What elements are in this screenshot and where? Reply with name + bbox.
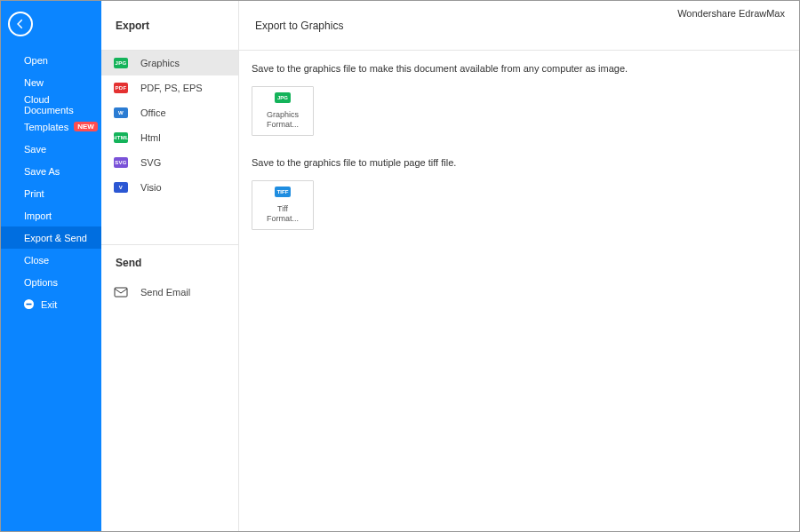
sidebar-item-close[interactable]: Close bbox=[1, 249, 101, 271]
sidebar-item-label: Cloud Documents bbox=[24, 94, 101, 115]
graphics-description: Save to the graphics file to make this d… bbox=[252, 63, 787, 74]
send-section-header: Send bbox=[101, 244, 238, 280]
sidebar-item-label: New bbox=[24, 77, 44, 88]
sidebar-item-label: Save As bbox=[24, 166, 60, 177]
sidebar-item-label: Import bbox=[24, 210, 52, 221]
export-section-header: Export bbox=[101, 1, 238, 51]
sidebar-item-label: Open bbox=[24, 55, 48, 66]
export-item-label: Html bbox=[140, 132, 161, 143]
sidebar-item-options[interactable]: Options bbox=[1, 271, 101, 293]
sidebar-item-import[interactable]: Import bbox=[1, 204, 101, 226]
exit-icon bbox=[24, 299, 34, 309]
sidebar-item-templates[interactable]: TemplatesNEW bbox=[1, 115, 101, 138]
sidebar-item-label: Save bbox=[24, 144, 46, 155]
html-icon: HTML bbox=[114, 132, 128, 143]
mail-icon bbox=[114, 286, 128, 298]
tile-label: Graphics Format... bbox=[267, 110, 299, 130]
export-item-label: PDF, PS, EPS bbox=[140, 83, 203, 93]
export-send-list: Export JPG Graphics PDF PDF, PS, EPS W O… bbox=[101, 1, 239, 531]
graphics-format-tile[interactable]: JPG Graphics Format... bbox=[252, 86, 314, 136]
sidebar-item-label: Export & Send bbox=[24, 233, 87, 243]
svg-rect-1 bbox=[27, 304, 32, 306]
export-item-pdf[interactable]: PDF PDF, PS, EPS bbox=[101, 75, 238, 100]
export-item-graphics[interactable]: JPG Graphics bbox=[101, 51, 238, 75]
jpg-icon: JPG bbox=[114, 58, 128, 68]
main-panel: Export to Graphics Save to the graphics … bbox=[239, 1, 799, 531]
tiff-format-tile[interactable]: TIFF Tiff Format... bbox=[252, 180, 314, 230]
sidebar-item-label: Print bbox=[24, 188, 44, 199]
sidebar-item-export-send[interactable]: Export & Send bbox=[1, 226, 101, 249]
app-title: Wondershare EdrawMax bbox=[677, 8, 785, 19]
sidebar-item-save[interactable]: Save bbox=[1, 138, 101, 160]
main-body: Save to the graphics file to make this d… bbox=[239, 51, 799, 264]
app-window: Wondershare EdrawMax Open New Cloud Docu… bbox=[0, 0, 800, 532]
export-item-label: SVG bbox=[140, 157, 161, 168]
send-item-label: Send Email bbox=[140, 287, 190, 298]
arrow-left-icon bbox=[14, 18, 27, 30]
tiff-icon: TIFF bbox=[275, 187, 291, 197]
sidebar-item-label: Exit bbox=[41, 299, 57, 310]
back-button[interactable] bbox=[8, 12, 33, 36]
svg-rect-2 bbox=[115, 288, 127, 297]
sidebar-item-save-as[interactable]: Save As bbox=[1, 160, 101, 182]
export-item-office[interactable]: W Office bbox=[101, 100, 238, 125]
export-item-label: Visio bbox=[140, 182, 162, 193]
export-item-svg[interactable]: SVG SVG bbox=[101, 150, 238, 175]
svg-icon: SVG bbox=[114, 157, 128, 168]
sidebar-item-label: Templates bbox=[24, 122, 68, 132]
sidebar-item-new[interactable]: New bbox=[1, 71, 101, 93]
tile-label: Tiff Format... bbox=[267, 204, 299, 224]
export-item-html[interactable]: HTML Html bbox=[101, 125, 238, 150]
tiff-description: Save to the graphics file to mutiple pag… bbox=[252, 157, 787, 168]
sidebar-item-cloud-documents[interactable]: Cloud Documents bbox=[1, 93, 101, 115]
export-item-visio[interactable]: V Visio bbox=[101, 175, 238, 200]
jpg-icon: JPG bbox=[275, 92, 291, 103]
sidebar-item-exit[interactable]: Exit bbox=[1, 293, 101, 315]
new-badge: NEW bbox=[74, 122, 98, 131]
export-options-list: JPG Graphics PDF PDF, PS, EPS W Office H… bbox=[101, 51, 238, 531]
word-icon: W bbox=[114, 107, 128, 118]
sidebar-item-label: Options bbox=[24, 277, 58, 288]
file-menu-sidebar: Open New Cloud Documents TemplatesNEW Sa… bbox=[1, 1, 101, 531]
send-item-email[interactable]: Send Email bbox=[101, 280, 238, 305]
sidebar-item-label: Close bbox=[24, 255, 49, 266]
export-item-label: Office bbox=[140, 107, 166, 118]
pdf-icon: PDF bbox=[114, 83, 128, 93]
sidebar-item-print[interactable]: Print bbox=[1, 182, 101, 204]
visio-icon: V bbox=[114, 182, 128, 193]
export-item-label: Graphics bbox=[140, 58, 180, 68]
sidebar-item-open[interactable]: Open bbox=[1, 49, 101, 71]
